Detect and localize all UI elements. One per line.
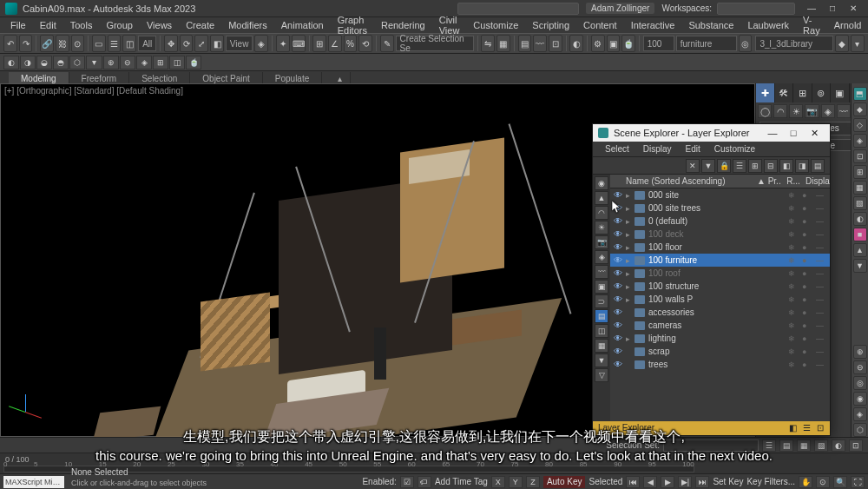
transform-x[interactable]: X: [491, 476, 505, 488]
enabled-check[interactable]: ☑: [400, 476, 414, 488]
menu-graph-editors[interactable]: Graph Editors: [331, 13, 374, 37]
visibility-icon[interactable]: 👁: [614, 294, 626, 304]
layer-row[interactable]: 👁▸100 floor❄●—: [610, 241, 830, 254]
isolate-button[interactable]: ◎: [739, 35, 753, 52]
se-tb-color1[interactable]: ◧: [779, 159, 793, 173]
se-menu-customize[interactable]: Customize: [707, 142, 762, 155]
se-filter-all[interactable]: ◉: [595, 176, 608, 190]
bind-button[interactable]: ⊙: [71, 35, 85, 52]
manipulate-button[interactable]: ✦: [276, 35, 290, 52]
display-flag[interactable]: —: [816, 295, 825, 304]
helpers-cat[interactable]: ◈: [821, 104, 835, 118]
sec-btn-2[interactable]: ◑: [20, 56, 36, 69]
help-search-input[interactable]: [457, 3, 579, 15]
setkey-label[interactable]: Set Key: [713, 477, 743, 486]
scene-explorer-titlebar[interactable]: Scene Explorer - Layer Explorer — □ ✕: [593, 124, 830, 142]
freeze-flag[interactable]: ❄: [788, 230, 797, 239]
render-flag[interactable]: ●: [802, 334, 811, 343]
strip-btn-3[interactable]: ◇: [853, 118, 867, 132]
cameras-cat[interactable]: 📷: [805, 104, 819, 118]
se-filter-x1[interactable]: ◫: [595, 324, 608, 338]
hierarchy-tab[interactable]: ⊞: [793, 83, 812, 102]
unlink-button[interactable]: ⛓: [56, 35, 69, 52]
keyboard-button[interactable]: ⌨: [292, 35, 306, 52]
menu-views[interactable]: Views: [140, 18, 179, 32]
visibility-icon[interactable]: 👁: [614, 307, 626, 317]
strip-btn-b5[interactable]: ◈: [853, 407, 867, 421]
sec-btn-6[interactable]: ⊕: [103, 56, 119, 69]
menu-arnold[interactable]: Arnold: [827, 18, 868, 32]
play-start[interactable]: ⏮: [626, 476, 640, 488]
strip-btn-4[interactable]: ◈: [853, 134, 867, 148]
edit-named-button[interactable]: ✎: [380, 35, 394, 52]
add-time-tag[interactable]: Add Time Tag: [435, 477, 488, 486]
nav-orbit[interactable]: ⊙: [816, 476, 830, 488]
display-flag[interactable]: —: [816, 243, 825, 252]
spacewarps-cat[interactable]: 〰: [837, 104, 851, 118]
layer-row[interactable]: 👁▸0 (default)❄●—: [610, 215, 830, 228]
display-tab[interactable]: ▣: [831, 83, 850, 102]
display-flag[interactable]: —: [816, 230, 825, 239]
autokey-button[interactable]: Auto Key: [543, 476, 586, 488]
render-flag[interactable]: ●: [802, 295, 811, 304]
menu-laubwerk[interactable]: Laubwerk: [740, 18, 796, 32]
sec-btn-5[interactable]: ⬡: [69, 56, 85, 69]
display-flag[interactable]: —: [816, 191, 825, 200]
material-button[interactable]: ◐: [569, 35, 583, 52]
play-end[interactable]: ⏭: [695, 476, 709, 488]
visibility-icon[interactable]: 👁: [614, 281, 626, 291]
render-flag[interactable]: ●: [802, 204, 811, 213]
layer-row[interactable]: 👁accessories❄●—: [610, 306, 830, 319]
transform-z[interactable]: Z: [526, 476, 540, 488]
viewport-axis-gizmo[interactable]: [8, 394, 43, 429]
scene-explorer-window[interactable]: Scene Explorer - Layer Explorer — □ ✕ Se…: [592, 123, 831, 436]
strip-btn-7[interactable]: ▦: [853, 181, 867, 195]
se-column-header[interactable]: Name (Sorted Ascending) ▲ Pr... R... Dis…: [610, 175, 830, 188]
se-filter-shape[interactable]: ◠: [595, 206, 608, 220]
render-flag[interactable]: ●: [802, 269, 811, 278]
layer-row[interactable]: 👁▸100 roof❄●—: [610, 267, 830, 280]
schematic-button[interactable]: ⊡: [549, 35, 562, 52]
se-foot-3[interactable]: ⊡: [814, 421, 826, 435]
render-flag[interactable]: ●: [802, 360, 811, 369]
freeze-flag[interactable]: ❄: [788, 204, 797, 213]
se-foot-2[interactable]: ☰: [800, 421, 812, 435]
ss-btn-5[interactable]: ◐: [832, 439, 845, 452]
ss-btn-6[interactable]: ⊡: [849, 439, 863, 452]
menu-file[interactable]: File: [3, 18, 33, 32]
visibility-icon[interactable]: 👁: [614, 242, 626, 252]
pivot-button[interactable]: ◈: [254, 35, 268, 52]
sec-btn-4[interactable]: ◓: [53, 56, 69, 69]
se-filter-group[interactable]: ▣: [595, 280, 608, 294]
se-filter-cam[interactable]: 📷: [595, 235, 608, 249]
strip-btn-b2[interactable]: ⊖: [853, 360, 867, 374]
placement-button[interactable]: ◧: [210, 35, 224, 52]
display-flag[interactable]: —: [816, 256, 825, 265]
render-setup-button[interactable]: ⚙: [591, 35, 605, 52]
menu-scripting[interactable]: Scripting: [525, 18, 576, 32]
display-flag[interactable]: —: [816, 321, 825, 330]
strip-btn-8[interactable]: ▧: [853, 196, 867, 210]
select-button[interactable]: ▭: [92, 35, 106, 52]
menu-tools[interactable]: Tools: [63, 18, 100, 32]
ss-btn-3[interactable]: ▦: [797, 439, 811, 452]
ref-coord-dropdown[interactable]: View: [226, 36, 253, 51]
freeze-flag[interactable]: ❄: [788, 217, 797, 226]
strip-btn-1[interactable]: ⬒: [853, 87, 867, 101]
transform-y[interactable]: Y: [509, 476, 523, 488]
strip-btn-11[interactable]: ▲: [853, 243, 867, 257]
sec-btn-8[interactable]: ◈: [136, 56, 152, 69]
nav-max[interactable]: ⛶: [851, 476, 865, 488]
freeze-flag[interactable]: ❄: [788, 360, 797, 369]
freeze-flag[interactable]: ❄: [788, 308, 797, 317]
render-flag[interactable]: ●: [802, 191, 811, 200]
strip-btn-b4[interactable]: ◉: [853, 392, 867, 406]
freeze-flag[interactable]: ❄: [788, 347, 797, 356]
selected-label[interactable]: Selected: [589, 477, 622, 486]
expand-icon[interactable]: ▸: [626, 217, 635, 226]
menu-modifiers[interactable]: Modifiers: [221, 18, 274, 32]
se-filter-warp[interactable]: 〰: [595, 265, 608, 279]
sec-dropdown[interactable]: ▾: [86, 56, 102, 69]
visibility-icon[interactable]: 👁: [614, 203, 626, 213]
se-maximize[interactable]: □: [783, 128, 804, 138]
